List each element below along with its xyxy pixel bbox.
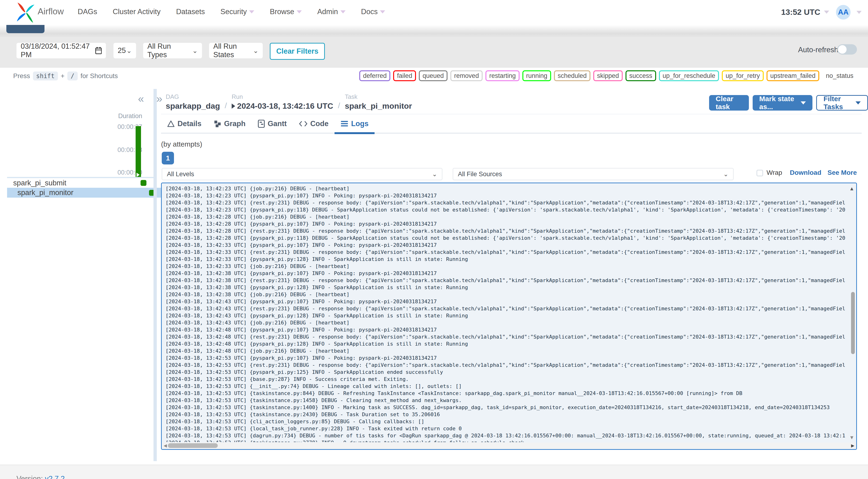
shortcuts-hint: Press shift + / for Shortcuts <box>13 71 118 81</box>
legend-removed[interactable]: removed <box>451 70 483 81</box>
base-date-input[interactable]: 03/18/2024, 01:52:47 PM <box>17 43 106 58</box>
chevron-down-icon <box>249 10 254 13</box>
run-duration-bar[interactable] <box>135 126 141 178</box>
airflow-task-logs-page: Airflow DAGs Cluster Activity Datasets S… <box>0 0 868 479</box>
log-line: [2024-03-18, 13:42:38 UTC] {job.py:216} … <box>165 291 845 298</box>
log-line: [2024-03-18, 13:42:53 UTC] {base.py:287}… <box>165 376 845 383</box>
run-types-select[interactable]: All Run Types⌄ <box>143 43 202 58</box>
filter-tasks-button[interactable]: Filter Tasks <box>816 95 868 110</box>
header-divider <box>0 25 868 37</box>
page-size-select[interactable]: 25⌄ <box>114 43 136 58</box>
avatar[interactable]: AA <box>836 5 850 20</box>
gantt-icon <box>258 120 265 128</box>
log-line: [2024-03-18, 13:42:23 UTC] {pyspark_pi.p… <box>165 206 845 213</box>
duration-axis-label: Duration <box>89 113 142 120</box>
vertical-scrollbar-thumb[interactable] <box>851 292 855 354</box>
scroll-up-arrow-icon[interactable]: ▲ <box>849 186 854 192</box>
log-line: [2024-03-18, 13:42:53 UTC] {taskinstance… <box>165 404 845 411</box>
version-text: Version: v2.7.2 <box>17 475 65 479</box>
footer: Version: v2.7.2 <box>0 465 868 479</box>
code-icon <box>299 121 307 127</box>
auto-refresh-toggle[interactable] <box>837 44 857 55</box>
scroll-left-arrow-icon[interactable]: ◀ <box>164 443 167 448</box>
task-row-spark-pi-submit[interactable]: spark_pi_submit <box>7 178 154 188</box>
wrap-checkbox[interactable] <box>757 170 763 176</box>
run-states-select[interactable]: All Run States⌄ <box>209 43 263 58</box>
horizontal-scrollbar[interactable]: ◀ ▶ <box>162 443 856 449</box>
file-sources-select[interactable]: All File Sources⌄ <box>453 168 734 180</box>
log-line: [2024-03-18, 13:42:48 UTC] {pyspark_pi.p… <box>165 326 845 333</box>
see-more-link[interactable]: See More <box>828 169 857 177</box>
task-row-spark-pi-monitor[interactable]: spark_pi_monitor <box>7 188 162 198</box>
tab-details[interactable]: Details <box>161 118 208 134</box>
legend-restarting[interactable]: restarting <box>486 70 520 81</box>
horizontal-scrollbar-thumb[interactable] <box>168 443 218 448</box>
log-line: [2024-03-18, 13:42:43 UTC] {rest.py:231}… <box>165 305 845 312</box>
log-line: [2024-03-18, 13:42:28 UTC] {pyspark_pi.p… <box>165 220 845 227</box>
legend-failed[interactable]: failed <box>393 70 416 81</box>
legend-deferred[interactable]: deferred <box>359 70 391 81</box>
legend-upstream-failed[interactable]: upstream_failed <box>767 70 819 81</box>
log-line: [2024-03-18, 13:42:53 UTC] {dagrun.py:73… <box>165 432 845 439</box>
tab-code[interactable]: Code <box>293 118 335 134</box>
nav-item-dags[interactable]: DAGs <box>78 7 97 16</box>
log-line: [2024-03-18, 13:42:53 UTC] {pyspark_pi.p… <box>165 369 845 376</box>
breadcrumb-task: Task spark_pi_monitor <box>345 93 412 110</box>
wrap-label: Wrap <box>767 169 782 177</box>
log-line: [2024-03-18, 13:42:48 UTC] {rest.py:231}… <box>165 333 845 341</box>
chevron-down-icon <box>297 10 302 13</box>
scrolled-button-partial[interactable] <box>6 25 44 33</box>
log-line: [2024-03-18, 13:42:53 UTC] {taskinstance… <box>165 397 845 404</box>
expand-panel-icon[interactable]: » <box>156 92 162 105</box>
legend-up-for-reschedule[interactable]: up_for_reschedule <box>659 70 719 81</box>
log-line: [2024-03-18, 13:42:53 UTC] {taskinstance… <box>165 390 845 397</box>
scroll-right-arrow-icon[interactable]: ▶ <box>851 443 854 448</box>
brand-title[interactable]: Airflow <box>38 7 64 17</box>
legend-running[interactable]: running <box>522 70 551 81</box>
task-link[interactable]: spark_pi_monitor <box>345 101 412 110</box>
nav-item-browse[interactable]: Browse <box>270 7 302 16</box>
calendar-icon <box>95 47 102 54</box>
by-attempts-label: (by attempts) <box>161 140 202 148</box>
attempt-1-button[interactable]: 1 <box>162 152 174 164</box>
clear-filters-button[interactable]: Clear Filters <box>270 43 325 60</box>
log-line: [2024-03-18, 13:42:33 UTC] {job.py:216} … <box>165 263 845 270</box>
chevron-down-icon <box>857 11 862 14</box>
log-line: [2024-03-18, 13:42:33 UTC] {rest.py:231}… <box>165 249 845 256</box>
log-line: [2024-03-18, 13:42:53 UTC] {local_task_j… <box>165 425 845 432</box>
log-line: [2024-03-18, 13:42:43 UTC] {pyspark_pi.p… <box>165 298 845 305</box>
graph-icon <box>214 120 221 128</box>
nav-item-security[interactable]: Security <box>220 7 254 16</box>
legend-skipped[interactable]: skipped <box>593 70 623 81</box>
tab-logs[interactable]: Logs <box>335 118 375 134</box>
legend-up-for-retry[interactable]: up_for_retry <box>722 70 764 81</box>
collapse-panel-icon[interactable]: « <box>138 92 144 105</box>
chevron-down-icon: ⌄ <box>192 47 198 55</box>
nav-item-cluster-activity[interactable]: Cluster Activity <box>113 7 160 16</box>
airflow-logo-icon[interactable] <box>16 2 36 25</box>
clear-task-button[interactable]: Clear task <box>709 95 749 110</box>
download-link[interactable]: Download <box>790 169 822 177</box>
dag-link[interactable]: sparkapp_dag <box>166 101 220 110</box>
duration-tick: 00:00:37 <box>80 123 142 131</box>
scroll-down-arrow-icon[interactable]: ▼ <box>849 435 854 441</box>
log-line: [2024-03-18, 13:42:28 UTC] {rest.py:231}… <box>165 227 845 234</box>
mark-state-as-button[interactable]: Mark state as... <box>753 95 812 110</box>
legend-success[interactable]: success <box>625 70 656 81</box>
log-line: [2024-03-18, 13:42:28 UTC] {pyspark_pi.p… <box>165 234 845 242</box>
log-levels-select[interactable]: All Levels⌄ <box>162 168 442 180</box>
clock-dropdown[interactable]: 13:52 UTC <box>781 7 829 17</box>
tab-gantt[interactable]: Gantt <box>252 118 293 134</box>
legend-no-status[interactable]: no_status <box>822 70 857 81</box>
legend-scheduled[interactable]: scheduled <box>554 70 590 81</box>
nav-item-docs[interactable]: Docs <box>361 7 385 16</box>
legend-queued[interactable]: queued <box>419 70 447 81</box>
nav-item-admin[interactable]: Admin <box>317 7 346 16</box>
log-line: [2024-03-18, 13:42:23 UTC] {rest.py:231}… <box>165 199 845 206</box>
run-link[interactable]: 2024-03-18, 13:42:16 UTC <box>231 101 333 110</box>
version-link[interactable]: v2.7.2 <box>45 475 65 479</box>
task-status-square[interactable] <box>141 180 147 186</box>
tab-graph[interactable]: Graph <box>208 118 252 134</box>
log-line: [2024-03-18, 13:42:53 UTC] {taskinstance… <box>165 411 845 418</box>
nav-item-datasets[interactable]: Datasets <box>176 7 205 16</box>
